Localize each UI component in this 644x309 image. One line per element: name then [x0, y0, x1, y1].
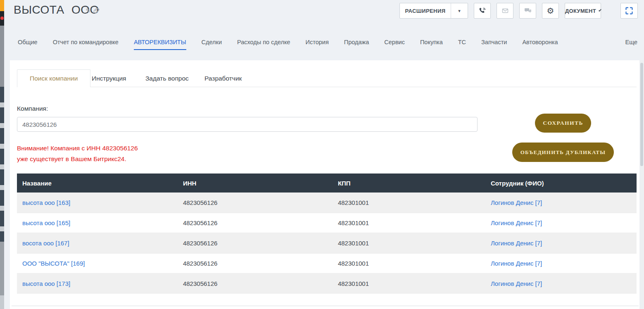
- kpp-cell: 482301001: [333, 199, 485, 206]
- duplicate-warning-line1: Внимание! Компания с ИНН 4823056126: [17, 143, 138, 154]
- fullscreen-button[interactable]: [620, 3, 638, 19]
- main-tab[interactable]: ТС: [458, 39, 466, 49]
- main-tab[interactable]: Расходы по сделке: [237, 39, 290, 49]
- main-tab[interactable]: Автоворонка: [522, 39, 558, 49]
- inn-cell: 4823056126: [178, 240, 333, 247]
- column-header-employee: Сотрудник (ФИО): [485, 180, 637, 187]
- scrollbar[interactable]: [640, 60, 644, 308]
- merge-duplicates-button[interactable]: ОБЪЕДИНИТЬ ДУБЛИКАТЫ: [512, 143, 614, 162]
- sidebar-sliver-gray: [0, 26, 4, 87]
- chat-icon: [524, 7, 532, 15]
- column-header-name: Название: [17, 180, 178, 187]
- company-link[interactable]: высота ооо [173]: [22, 280, 70, 287]
- table-row: высота ооо [165] 4823056126 482301001 Ло…: [17, 213, 637, 233]
- inn-cell: 4823056126: [178, 219, 333, 226]
- gear-icon: ⚙: [547, 7, 554, 15]
- edit-title-icon[interactable]: ✎: [86, 7, 91, 14]
- main-tab[interactable]: АВТОРЕКВИЗИТЫ: [134, 39, 186, 50]
- kpp-cell: 482301001: [333, 240, 485, 247]
- sidebar-sliver-orange: [0, 0, 4, 11]
- table-row: высота ооо [173] 4823056126 482301001 Ло…: [17, 273, 637, 294]
- extensions-caret-button[interactable]: ▾: [451, 3, 468, 18]
- main-tab[interactable]: Запчасти: [481, 39, 507, 49]
- inn-cell: 4823056126: [178, 260, 333, 267]
- company-link[interactable]: ООО "ВЫСОТА" [169]: [22, 260, 85, 267]
- bottom-divider: [12, 306, 639, 306]
- inn-cell: 4823056126: [178, 280, 333, 287]
- table-row: ООО "ВЫСОТА" [169] 4823056126 482301001 …: [17, 253, 637, 273]
- company-label: Компания:: [17, 105, 48, 112]
- envelope-icon: [501, 7, 509, 14]
- employee-link[interactable]: Логинов Денис [7]: [491, 260, 542, 267]
- kpp-cell: 482301001: [333, 260, 485, 267]
- inner-tab[interactable]: Разработчик: [204, 69, 242, 87]
- main-tab[interactable]: Сервис: [384, 39, 405, 49]
- employee-link[interactable]: Логинов Денис [7]: [491, 240, 542, 247]
- main-tab[interactable]: История: [306, 39, 329, 49]
- sidebar-sliver: [0, 0, 4, 309]
- column-header-kpp: КПП: [333, 180, 485, 187]
- table-body: высота ооо [163] 4823056126 482301001 Ло…: [17, 193, 637, 294]
- extensions-button-label: РАСШИРЕНИЯ: [400, 8, 451, 14]
- main-tab[interactable]: Отчет по командировке: [53, 39, 119, 49]
- extensions-button[interactable]: РАСШИРЕНИЯ ▾: [399, 3, 468, 19]
- inn-cell: 4823056126: [178, 199, 333, 206]
- column-header-inn: ИНН: [178, 180, 333, 187]
- document-button[interactable]: ДОКУМЕНТ: [565, 3, 601, 19]
- inner-tab[interactable]: Инструкция: [92, 69, 126, 87]
- table-row: высота ооо [163] 4823056126 482301001 Ло…: [17, 193, 637, 213]
- kpp-cell: 482301001: [333, 280, 485, 287]
- duplicate-warning: Внимание! Компания с ИНН 4823056126 уже …: [17, 143, 138, 164]
- email-button[interactable]: [497, 3, 513, 19]
- phone-icon: [478, 7, 487, 15]
- main-tab[interactable]: Продажа: [344, 39, 369, 49]
- inner-tab[interactable]: Задать вопрос: [145, 69, 189, 87]
- chevron-down-icon: [599, 8, 601, 11]
- main-tabs: ОбщиеОтчет по командировкеАВТОРЕКВИЗИТЫС…: [18, 39, 637, 50]
- main-tab[interactable]: Сделки: [202, 39, 222, 49]
- duplicates-table: Название ИНН КПП Сотрудник (ФИО) высота …: [17, 174, 637, 294]
- employee-link[interactable]: Логинов Денис [7]: [491, 199, 542, 206]
- settings-button[interactable]: ⚙: [542, 3, 559, 19]
- main-tab-more[interactable]: Еще: [625, 39, 637, 45]
- chat-button[interactable]: [519, 3, 536, 19]
- kpp-cell: 482301001: [333, 219, 485, 226]
- sidebar-sliver-gray3: [0, 295, 4, 309]
- call-button[interactable]: [474, 3, 491, 19]
- expand-icon: [625, 7, 633, 15]
- save-button[interactable]: СОХРАНИТЬ: [535, 114, 591, 133]
- toolbar: РАСШИРЕНИЯ ▾ ⚙ ДОКУМЕНТ: [399, 3, 638, 19]
- scrollbar-thumb[interactable]: [640, 63, 643, 166]
- main-tab[interactable]: Покупка: [420, 39, 443, 49]
- table-row: восота ооо [167] 4823056126 482301001 Ло…: [17, 233, 637, 253]
- caret-down-icon: ▾: [458, 8, 461, 14]
- table-header-row: Название ИНН КПП Сотрудник (ФИО): [17, 174, 637, 193]
- notification-dot: [0, 17, 4, 20]
- paperclip-icon[interactable]: [93, 7, 100, 14]
- company-link[interactable]: высота ооо [165]: [22, 219, 70, 226]
- sidebar-sliver-gray2: [0, 242, 4, 295]
- inner-tab[interactable]: Поиск компании: [17, 69, 90, 87]
- company-link[interactable]: высота ооо [163]: [22, 199, 70, 206]
- main-tab[interactable]: Общие: [18, 39, 38, 49]
- company-link[interactable]: восота ооо [167]: [22, 240, 69, 247]
- document-button-label: ДОКУМЕНТ: [565, 8, 596, 14]
- company-input[interactable]: [17, 117, 478, 132]
- employee-link[interactable]: Логинов Денис [7]: [491, 219, 542, 226]
- duplicate-warning-line2: уже существует в Вашем Битрикс24.: [17, 154, 138, 164]
- employee-link[interactable]: Логинов Денис [7]: [491, 280, 542, 287]
- sidebar-sliver-menu-items: [0, 87, 4, 242]
- sidebar-sliver-logo: [0, 11, 4, 26]
